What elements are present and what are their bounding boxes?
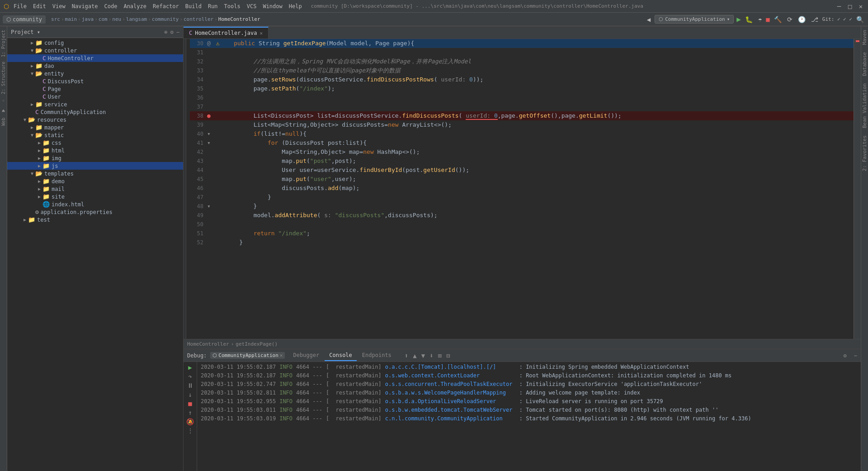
left-gutter-project-icon[interactable]: 1: Project	[0, 28, 6, 59]
editor-tab-homecontroller[interactable]: C HomeController.java ✕	[184, 27, 269, 38]
build-button[interactable]: 🔨	[773, 16, 783, 23]
right-panel-favorites[interactable]: 2: Favorites	[861, 132, 868, 175]
run-button[interactable]: ▶	[736, 15, 741, 24]
tab-close-button[interactable]: ✕	[260, 30, 263, 36]
close-button[interactable]: ✕	[857, 3, 864, 10]
bc-com[interactable]: com	[99, 16, 108, 22]
bc-neu[interactable]: neu	[112, 16, 121, 22]
bc-main[interactable]: main	[65, 16, 77, 22]
project-locate-button[interactable]: ⊕	[164, 29, 167, 35]
tree-item-resources[interactable]: ▼ 📂 resources	[7, 116, 183, 124]
tree-item-html[interactable]: ▶ 📁 html	[7, 147, 183, 154]
right-panel-database[interactable]: Database	[861, 48, 868, 80]
tree-item-config[interactable]: ▶ 📁 config	[7, 39, 183, 47]
stop-button[interactable]: ■	[766, 16, 769, 23]
debug-gear-button[interactable]: ⚙	[844, 352, 847, 359]
right-panel-bean-validation[interactable]: Bean Validation	[861, 80, 868, 132]
tree-item-service[interactable]: ▶ 📁 service	[7, 100, 183, 108]
debug-tab-endpoints[interactable]: Endpoints	[358, 350, 396, 361]
debug-layout-button[interactable]: ⊟	[445, 352, 451, 359]
menu-refactor[interactable]: Refactor	[153, 3, 179, 10]
debug-filter-button[interactable]: ⬇	[428, 352, 434, 359]
tree-item-img[interactable]: ▶ 📁 img	[7, 154, 183, 162]
tree-item-discusspost[interactable]: C DiscussPost	[7, 77, 183, 85]
debug-tab-console[interactable]: Console	[325, 350, 357, 361]
bc-java[interactable]: java	[82, 16, 94, 22]
project-collapse-button[interactable]: −	[176, 29, 179, 35]
bc-langsam[interactable]: langsam	[126, 16, 147, 22]
tree-item-mapper[interactable]: ▶ 📁 mapper	[7, 124, 183, 131]
bc-community[interactable]: community	[152, 16, 179, 22]
tree-item-indexhtml[interactable]: 🌐 index.html	[7, 200, 183, 208]
tree-item-templates[interactable]: ▼ 📂 templates	[7, 170, 183, 177]
debug-clear-button[interactable]: ⬆	[403, 352, 410, 359]
history-button[interactable]: 🕐	[797, 16, 807, 23]
debug-step-out-button[interactable]: ↑	[188, 409, 192, 416]
bc-controller[interactable]: controller	[184, 16, 213, 22]
tree-item-user[interactable]: C User	[7, 93, 183, 100]
tree-item-entity[interactable]: ▼ 📂 entity	[7, 70, 183, 77]
menu-file[interactable]: File	[14, 3, 27, 10]
code-editor[interactable]: 30 @ ⚠ public String getIndexPage(Model …	[186, 39, 854, 339]
menu-analyze[interactable]: Analyze	[123, 3, 146, 10]
bc-src[interactable]: src	[51, 16, 60, 22]
breadcrumb-class[interactable]: HomeController	[187, 341, 229, 347]
debug-minimize-button[interactable]: −	[854, 352, 857, 359]
left-gutter-favorites-icon[interactable]: ♥	[0, 106, 6, 115]
tree-item-controller[interactable]: ▼ 📂 controller	[7, 47, 183, 54]
maximize-button[interactable]: □	[846, 3, 854, 10]
debug-button[interactable]: 🐛	[744, 16, 754, 23]
breadcrumb-method[interactable]: getIndexPage()	[236, 341, 278, 347]
left-gutter-structure-icon[interactable]: 2: Structure	[0, 60, 6, 96]
sync-button[interactable]: ⟳	[786, 16, 794, 23]
tree-item-test[interactable]: ▶ 📁 test	[7, 216, 183, 224]
project-gear-button[interactable]: ⚙	[170, 29, 174, 35]
bc-active-file[interactable]: HomeController	[218, 16, 260, 22]
menu-build[interactable]: Build	[185, 3, 202, 10]
tree-item-js[interactable]: ▶ 📁 js	[7, 162, 183, 170]
editor-content[interactable]: 30 @ ⚠ public String getIndexPage(Model …	[184, 39, 861, 339]
debug-stop-button[interactable]: ■	[188, 400, 192, 407]
debug-step-into-button[interactable]: ↓	[188, 391, 192, 398]
nav-back-button[interactable]: ◀	[646, 16, 652, 23]
debug-scroll-up-button[interactable]: ▲	[411, 352, 418, 359]
debug-settings-button[interactable]: ⊞	[437, 352, 443, 359]
right-panel-maven[interactable]: Maven	[861, 26, 868, 48]
menu-vcs[interactable]: VCS	[247, 3, 257, 10]
tree-item-dao[interactable]: ▶ 📁 dao	[7, 62, 183, 70]
tree-item-appprops[interactable]: ⚙ application.properties	[7, 208, 183, 216]
tree-item-communityapp[interactable]: C CommunityApplication	[7, 108, 183, 116]
search-everywhere-button[interactable]: 🔍	[855, 16, 865, 23]
menu-code[interactable]: Code	[104, 3, 118, 10]
debug-tab-debugger[interactable]: Debugger	[288, 350, 324, 361]
project-selector[interactable]: ⬡ community	[3, 15, 46, 24]
run-with-coverage-button[interactable]: ☂	[757, 16, 763, 23]
vcs-button[interactable]: ⎇	[810, 16, 820, 23]
tree-item-site[interactable]: ▶ 📁 site	[7, 193, 183, 200]
menu-run[interactable]: Run	[208, 3, 218, 10]
minimize-button[interactable]: ─	[835, 3, 843, 10]
menu-navigate[interactable]: Navigate	[72, 3, 98, 10]
left-gutter-bookmarks-icon[interactable]: ☆	[0, 97, 6, 105]
tree-item-demo[interactable]: ▶ 📁 demo	[7, 177, 183, 185]
tree-item-mail[interactable]: ▶ 📁 mail	[7, 185, 183, 193]
debug-pause-button[interactable]: ⏸	[187, 382, 193, 389]
run-config-selector[interactable]: ⬡ CommunityApplication ▾	[655, 15, 734, 24]
tree-item-static[interactable]: ▼ 📂 static	[7, 131, 183, 139]
menu-edit[interactable]: Edit	[33, 3, 46, 10]
menu-tools[interactable]: Tools	[224, 3, 241, 10]
menu-help[interactable]: Help	[289, 3, 302, 10]
debug-mute-button[interactable]: 🔕	[186, 418, 194, 425]
debug-more-button[interactable]: ⋮	[187, 427, 193, 434]
tree-item-page[interactable]: C Page	[7, 85, 183, 93]
tree-item-homecontroller[interactable]: C HomeController	[7, 54, 183, 62]
menu-window[interactable]: Window	[263, 3, 282, 10]
debug-config-close[interactable]: ✕	[280, 352, 283, 358]
debug-step-over-button[interactable]: ↷	[188, 373, 192, 380]
debug-scroll-down-button[interactable]: ▼	[420, 352, 426, 359]
menu-view[interactable]: View	[52, 3, 66, 10]
left-gutter-web-icon[interactable]: Web	[0, 116, 6, 128]
debug-play-button[interactable]: ▶	[188, 364, 192, 371]
line-number: 48	[190, 202, 203, 211]
tree-item-css[interactable]: ▶ 📁 css	[7, 139, 183, 147]
